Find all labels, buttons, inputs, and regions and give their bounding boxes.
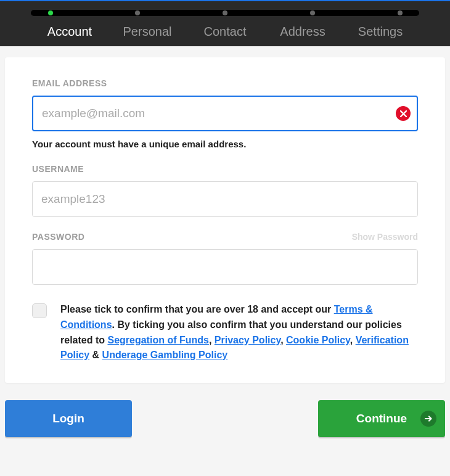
continue-button[interactable]: Continue xyxy=(318,400,445,437)
password-input[interactable] xyxy=(32,249,418,285)
error-icon xyxy=(396,106,411,121)
step-dot-5 xyxy=(398,10,403,15)
continue-label: Continue xyxy=(356,412,407,425)
consent-row: Please tick to confirm that you are over… xyxy=(32,302,418,363)
show-password-toggle[interactable]: Show Password xyxy=(352,232,418,242)
email-label: EMAIL ADDRESS xyxy=(32,78,418,88)
step-labels: Account Personal Contact Address Setting… xyxy=(31,25,419,39)
step-contact[interactable]: Contact xyxy=(186,25,264,39)
email-error-msg: Your account must have a unique email ad… xyxy=(32,139,418,149)
step-dot-4 xyxy=(310,10,315,15)
arrow-right-icon xyxy=(420,411,436,427)
username-input[interactable] xyxy=(32,181,418,217)
form-card: EMAIL ADDRESS Your account must have a u… xyxy=(5,57,445,383)
step-address[interactable]: Address xyxy=(264,25,342,39)
step-dot-2 xyxy=(135,10,140,15)
step-dot-3 xyxy=(223,10,227,15)
progress-track xyxy=(31,10,419,16)
password-label: PASSWORD xyxy=(32,232,84,242)
cookie-link[interactable]: Cookie Policy xyxy=(286,335,350,345)
footer-actions: Login Continue xyxy=(0,383,450,437)
consent-text: Please tick to confirm that you are over… xyxy=(60,302,418,363)
username-label: USERNAME xyxy=(32,164,418,174)
stepper-header: Account Personal Contact Address Setting… xyxy=(0,0,450,46)
consent-pre1: Please tick to confirm that you are over… xyxy=(60,304,334,314)
username-block: USERNAME xyxy=(32,164,418,217)
email-input-wrap xyxy=(32,96,418,131)
email-input[interactable] xyxy=(32,96,418,131)
password-block: PASSWORD Show Password xyxy=(32,232,418,285)
consent-checkbox[interactable] xyxy=(32,303,47,318)
step-account[interactable]: Account xyxy=(31,25,108,39)
step-personal[interactable]: Personal xyxy=(108,25,186,39)
email-block: EMAIL ADDRESS Your account must have a u… xyxy=(32,78,418,149)
login-button[interactable]: Login xyxy=(5,400,132,437)
privacy-link[interactable]: Privacy Policy xyxy=(215,335,280,345)
underage-link[interactable]: Underage Gambling Policy xyxy=(102,350,228,360)
step-dot-1 xyxy=(48,10,53,15)
step-settings[interactable]: Settings xyxy=(342,25,419,39)
segregation-link[interactable]: Segregation of Funds xyxy=(107,335,208,345)
